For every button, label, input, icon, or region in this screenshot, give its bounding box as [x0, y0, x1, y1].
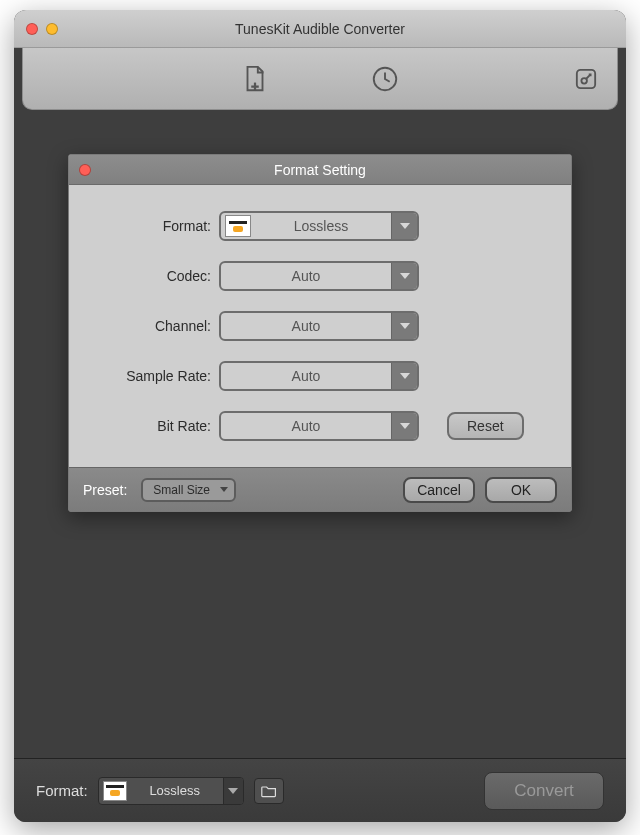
preset-dropdown[interactable]: Small Size	[141, 478, 236, 502]
cancel-button[interactable]: Cancel	[403, 477, 475, 503]
codec-label: Codec:	[99, 268, 219, 284]
sample-rate-value: Auto	[221, 368, 391, 384]
bit-rate-label: Bit Rate:	[99, 418, 219, 434]
dialog-header: Format Setting	[69, 155, 571, 185]
app-window: TunesKit Audible Converter Format Settin…	[14, 10, 626, 822]
titlebar: TunesKit Audible Converter	[14, 10, 626, 48]
main-toolbar	[22, 48, 618, 110]
format-dropdown[interactable]: Lossless	[219, 211, 419, 241]
chevron-down-icon	[391, 363, 417, 389]
codec-dropdown[interactable]: Auto	[219, 261, 419, 291]
format-value: Lossless	[251, 218, 391, 234]
dialog-body: Format: Lossless Codec: Auto Channel: Au…	[69, 185, 571, 467]
output-folder-button[interactable]	[254, 778, 284, 804]
app-title: TunesKit Audible Converter	[14, 21, 626, 37]
minimize-window-button[interactable]	[46, 23, 58, 35]
channel-dropdown[interactable]: Auto	[219, 311, 419, 341]
close-dialog-button[interactable]	[79, 164, 91, 176]
bottom-format-label: Format:	[36, 782, 88, 799]
dialog-footer: Preset: Small Size Cancel OK	[69, 467, 571, 511]
chevron-down-icon	[391, 313, 417, 339]
convert-button[interactable]: Convert	[484, 772, 604, 810]
lossless-icon	[103, 781, 127, 801]
codec-value: Auto	[221, 268, 391, 284]
preset-label: Preset:	[83, 482, 127, 498]
channel-label: Channel:	[99, 318, 219, 334]
dialog-title: Format Setting	[69, 162, 571, 178]
bottom-format-dropdown[interactable]: Lossless	[98, 777, 244, 805]
close-window-button[interactable]	[26, 23, 38, 35]
bottom-format-value: Lossless	[127, 783, 223, 798]
preset-value: Small Size	[153, 483, 210, 497]
sample-rate-label: Sample Rate:	[99, 368, 219, 384]
lossless-icon	[225, 215, 251, 237]
channel-value: Auto	[221, 318, 391, 334]
chevron-down-icon	[391, 413, 417, 439]
chevron-down-icon	[223, 778, 243, 804]
add-file-icon[interactable]	[240, 64, 270, 94]
bottom-bar: Format: Lossless Convert	[14, 758, 626, 822]
reset-button[interactable]: Reset	[447, 412, 524, 440]
chevron-down-icon	[391, 263, 417, 289]
bit-rate-dropdown[interactable]: Auto	[219, 411, 419, 441]
ok-button[interactable]: OK	[485, 477, 557, 503]
sample-rate-dropdown[interactable]: Auto	[219, 361, 419, 391]
bit-rate-value: Auto	[221, 418, 391, 434]
register-key-icon[interactable]	[571, 64, 601, 94]
format-setting-dialog: Format Setting Format: Lossless Codec: A…	[68, 154, 572, 512]
history-icon[interactable]	[370, 64, 400, 94]
chevron-down-icon	[391, 213, 417, 239]
window-controls	[26, 23, 58, 35]
format-label: Format:	[99, 218, 219, 234]
